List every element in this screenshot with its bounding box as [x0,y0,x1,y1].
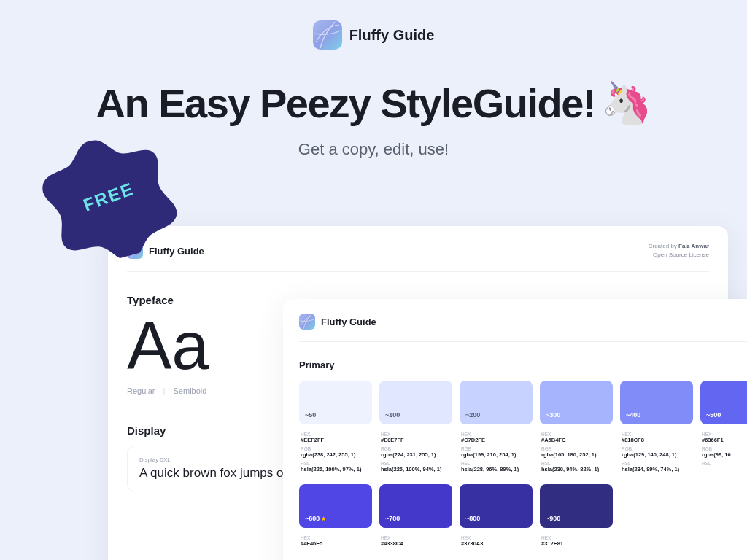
color-swatch[interactable]: ~800 HEX #3730A3 [460,484,533,547]
hex-label: HEX [381,535,451,540]
hex-label: HEX [301,535,371,540]
hex-value: #818CF8 [622,437,692,443]
rgb-value: rgba(238, 242, 255, 1) [301,451,371,458]
panel-meta: Created by Faiz Anwar Open Source Licens… [649,242,709,260]
color-swatch[interactable]: ~500 HEX #6366F1 RGB rgba(99, 10 HSL [700,381,747,472]
hsl-value: hsla(230, 94%, 82%, 1) [541,466,611,472]
hsl-label: HSL [461,461,531,466]
weight-regular: Regular [127,386,155,395]
swatch-chip: ~800 [460,484,533,528]
panel-header: Fluffy Guide Created by Faiz Anwar Open … [127,242,709,272]
weight-semibold: Semibold [174,386,207,395]
hex-label: HEX [541,535,611,540]
rgb-value: rgba(129, 140, 248, 1) [622,451,692,458]
primary-title: Primary [299,359,747,370]
created-by-label: Created by [649,243,678,249]
hero-title: An Easy Peezy StyleGuide! 🦄 [96,79,651,127]
rgb-label: RGB [622,446,692,451]
rgb-label: RGB [461,446,531,451]
hex-label: HEX [622,432,692,437]
hero-title-text: An Easy Peezy StyleGuide! [96,79,595,127]
hex-value: #E0E7FF [381,437,451,443]
swatch-chip: ~50 [299,381,372,424]
rgb-label: RGB [702,446,747,451]
hex-value: #A5B4FC [541,437,611,443]
hsl-value: hsla(226, 100%, 97%, 1) [301,466,371,472]
swatch-row: ~600★ HEX #4F46E5 ~700 HEX #4338CA ~800 … [299,484,747,547]
hsl-label: HSL [702,461,747,466]
author-link[interactable]: Faiz Anwar [678,243,709,249]
hsl-value: hsla(226, 100%, 94%, 1) [381,466,451,472]
color-swatch[interactable]: ~300 HEX #A5B4FC RGB rgba(165, 180, 252,… [540,381,613,472]
hex-label: HEX [461,535,531,540]
hsl-label: HSL [541,461,611,466]
swatch-chip: ~200 [460,381,533,424]
hex-label: HEX [381,432,451,437]
weight-separator: | [163,386,166,395]
hsl-label: HSL [301,461,371,466]
swatch-chip: ~400 [620,381,693,424]
swatch-chip: ~100 [379,381,452,424]
hex-label: HEX [702,432,747,437]
swatch-chip: ~600★ [299,484,372,528]
unicorn-icon: 🦄 [601,79,651,127]
rgb-label: RGB [381,446,451,451]
brand-name: Fluffy Guide [349,27,435,44]
color-swatch[interactable]: ~200 HEX #C7D2FE RGB rgba(199, 210, 254,… [460,381,533,472]
colors-panel: Fluffy Guide Primary ~50 HEX #EEF2FF RGB… [283,299,747,560]
hex-value: #C7D2FE [461,437,531,443]
hex-value: #312E81 [541,540,611,547]
rgb-label: RGB [301,446,371,451]
rgb-value: rgba(199, 210, 254, 1) [461,451,531,458]
color-swatch[interactable]: ~100 HEX #E0E7FF RGB rgba(224, 231, 255,… [379,381,452,472]
hex-value: #6366F1 [702,437,747,443]
header: Fluffy Guide [0,0,747,50]
brand-logo-icon [313,20,342,50]
star-icon: ★ [321,516,326,522]
hex-value: #EEF2FF [301,437,371,443]
rgb-value: rgba(99, 10 [702,451,747,458]
swatch-row: ~50 HEX #EEF2FF RGB rgba(238, 242, 255, … [299,381,747,472]
rgb-label: RGB [541,446,611,451]
swatch-chip: ~500 [700,381,747,424]
panel-header: Fluffy Guide [299,314,747,342]
hex-value: #4338CA [381,540,451,547]
hex-label: HEX [301,432,371,437]
hex-label: HEX [541,432,611,437]
hex-value: #3730A3 [461,540,531,547]
rgb-value: rgba(165, 180, 252, 1) [541,451,611,458]
hsl-label: HSL [622,461,692,466]
color-swatch[interactable]: ~900 HEX #312E81 [540,484,613,547]
swatch-chip: ~300 [540,381,613,424]
swatch-chip: ~700 [379,484,452,528]
license-text: Open Source License [649,251,709,260]
color-swatch[interactable]: ~700 HEX #4338CA [379,484,452,547]
panel-brand: Fluffy Guide [321,316,376,327]
rgb-value: rgba(224, 231, 255, 1) [381,451,451,458]
color-swatch[interactable]: ~600★ HEX #4F46E5 [299,484,372,547]
swatch-chip: ~900 [540,484,613,528]
color-swatch[interactable]: ~50 HEX #EEF2FF RGB rgba(238, 242, 255, … [299,381,372,472]
color-swatch[interactable]: ~400 HEX #818CF8 RGB rgba(129, 140, 248,… [620,381,693,472]
brand-logo-icon [299,314,315,330]
hsl-label: HSL [381,461,451,466]
hsl-value: hsla(228, 96%, 89%, 1) [461,466,531,472]
hex-value: #4F46E5 [301,540,371,547]
hsl-value: hsla(234, 89%, 74%, 1) [622,466,692,472]
hex-label: HEX [461,432,531,437]
